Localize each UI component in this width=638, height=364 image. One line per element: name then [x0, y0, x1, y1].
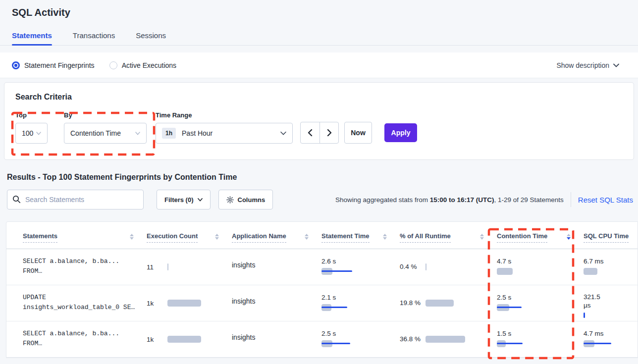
table-column-header[interactable]: Execution Count [147, 232, 232, 249]
sort-icon[interactable] [305, 234, 309, 240]
table-row[interactable]: UPDATE insights_workload_table_0 SE… 1k … [6, 285, 638, 321]
contention-time-bar [497, 304, 584, 311]
sql-cpu-time-bar [584, 340, 638, 347]
now-button[interactable]: Now [344, 122, 372, 144]
search-icon [12, 195, 21, 204]
chevron-left-icon [308, 129, 313, 136]
statement-link[interactable]: SELECT a.balance, b.ba... FROM… [23, 329, 147, 349]
statement-text-line1: SELECT a.balance, b.ba... [23, 257, 147, 266]
pct-runtime-value: 36.8 % [400, 335, 425, 344]
table-column-header[interactable]: % of All Runtime [400, 232, 497, 249]
radio-statement-fingerprints[interactable]: Statement Fingerprints [12, 61, 95, 69]
statement-time-bar [321, 304, 400, 311]
reset-sql-stats-link[interactable]: Reset SQL Stats [578, 196, 633, 204]
sql-cpu-time-value: 321.5 µs [584, 293, 608, 310]
pct-runtime-bar [425, 263, 426, 270]
execution-count-bar [167, 263, 168, 270]
statement-text-line2: insights_workload_table_0 SE… [23, 303, 147, 312]
statement-text-line2: FROM… [23, 339, 147, 349]
table-row[interactable]: SELECT a.balance, b.ba... FROM… 1k insig… [6, 321, 638, 358]
execution-count-cell: 1k [147, 321, 232, 357]
table-column-header[interactable]: SQL CPU Time [584, 232, 638, 249]
execution-count-cell: 11 [147, 249, 232, 285]
tab-bar: Statements Transactions Sessions [0, 31, 638, 46]
pct-runtime-bar [425, 300, 454, 307]
table-column-header[interactable]: Application Name [232, 232, 321, 249]
sort-icon[interactable] [383, 234, 387, 240]
sql-cpu-time-cell: 6.7 ms [584, 249, 638, 285]
sort-icon[interactable] [215, 234, 219, 240]
table-column-header[interactable]: Contention Time [497, 232, 584, 249]
column-header-label: % of All Runtime [400, 232, 451, 243]
time-range-badge: 1h [162, 128, 176, 139]
column-header-label: Application Name [232, 232, 286, 243]
radio-label: Active Executions [122, 61, 177, 69]
statement-time-value: 2.5 s [321, 329, 336, 338]
contention-time-cell: 4.7 s [497, 249, 584, 285]
chevron-down-icon [36, 132, 41, 135]
pct-runtime-cell: 19.8 % [400, 285, 497, 321]
contention-time-value: 2.5 s [497, 293, 511, 302]
application-name-value: insights [232, 297, 255, 305]
execution-count-bar [167, 336, 201, 343]
gear-icon [226, 196, 234, 204]
tab-statements[interactable]: Statements [12, 31, 52, 45]
table-column-header[interactable]: Statements [23, 232, 147, 249]
statement-link[interactable]: UPDATE insights_workload_table_0 SE… [23, 293, 147, 312]
by-select[interactable]: Contention Time [64, 123, 147, 144]
prev-time-range-button[interactable] [301, 122, 319, 143]
radio-active-executions[interactable]: Active Executions [109, 61, 177, 69]
showing-stats-text: Showing aggregated stats from 15:00 to 1… [335, 196, 564, 204]
tab-sessions[interactable]: Sessions [136, 31, 166, 45]
chevron-down-icon [135, 132, 140, 135]
top-select[interactable]: 100 [15, 123, 48, 144]
chevron-down-icon [613, 63, 619, 67]
time-range-pager [300, 122, 339, 144]
filters-button[interactable]: Filters (0) [157, 190, 211, 209]
show-description-toggle[interactable]: Show description [556, 61, 619, 69]
pct-runtime-value: 19.8 % [400, 299, 425, 308]
contention-time-cell: 1.5 s [497, 321, 584, 357]
page-title: SQL Activity [0, 0, 638, 18]
columns-button[interactable]: Columns [218, 190, 273, 209]
statement-link[interactable]: SELECT a.balance, b.ba... FROM… [23, 257, 147, 276]
table-row[interactable]: SELECT a.balance, b.ba... FROM… 11 insig… [6, 249, 638, 285]
radio-unselected-icon [109, 61, 117, 69]
sort-icon[interactable] [567, 234, 571, 240]
column-header-label: SQL CPU Time [584, 232, 629, 243]
sql-cpu-time-bar [584, 312, 638, 319]
statement-time-bar [321, 340, 400, 347]
time-range-select[interactable]: 1h Past Hour [156, 123, 293, 144]
search-criteria-card: Search Criteria Top 100 By Contention Ti… [4, 82, 634, 160]
column-header-label: Statements [23, 232, 57, 243]
column-header-label: Execution Count [147, 232, 198, 243]
table-header-row: Statements Execution Count Application N… [6, 222, 638, 249]
statement-text-line2: FROM… [23, 266, 147, 276]
statement-time-cell: 2.5 s [321, 321, 400, 357]
sql-cpu-time-value: 4.7 ms [584, 329, 604, 338]
vertical-divider [571, 192, 571, 207]
statements-table-card: Statements Execution Count Application N… [6, 221, 638, 358]
execution-count-cell: 1k [147, 285, 232, 321]
search-statements-input[interactable] [7, 190, 144, 209]
contention-time-value: 4.7 s [497, 257, 511, 265]
apply-button[interactable]: Apply [384, 123, 417, 142]
application-name-value: insights [232, 333, 255, 341]
radio-label: Statement Fingerprints [24, 61, 95, 69]
chevron-right-icon [327, 129, 332, 136]
sql-cpu-time-cell: 4.7 ms [584, 321, 638, 357]
pct-runtime-cell: 36.8 % [400, 321, 497, 357]
table-column-header[interactable]: Statement Time [321, 232, 400, 249]
statement-time-bar [321, 268, 400, 275]
sort-icon[interactable] [130, 234, 134, 240]
chevron-down-icon [198, 198, 203, 202]
contention-time-bar [497, 340, 584, 347]
application-name-value: insights [232, 261, 255, 269]
pct-runtime-value: 0.4 % [400, 262, 425, 271]
tab-transactions[interactable]: Transactions [73, 31, 115, 45]
next-time-range-button[interactable] [319, 122, 338, 143]
radio-selected-icon [12, 61, 20, 69]
column-header-label: Contention Time [497, 232, 547, 243]
sort-icon[interactable] [480, 234, 484, 240]
search-criteria-title: Search Criteria [15, 93, 622, 102]
